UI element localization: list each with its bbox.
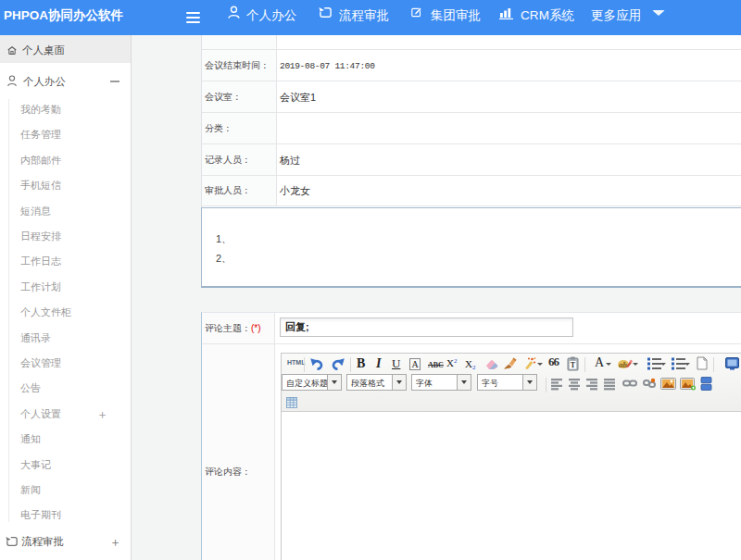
svg-text:T: T — [571, 361, 576, 369]
